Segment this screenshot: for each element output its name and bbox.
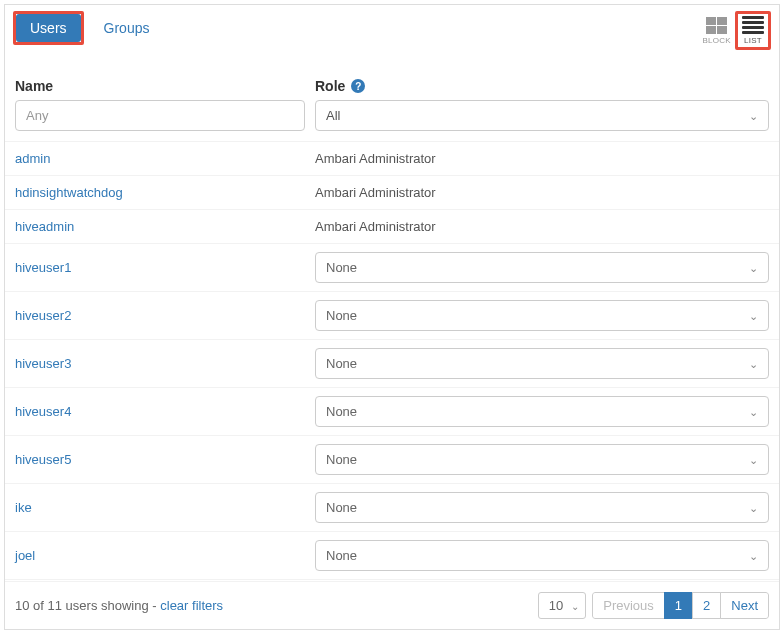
chevron-down-icon: ⌄: [749, 309, 758, 322]
pagination-page-2[interactable]: 2: [692, 592, 721, 619]
pagination-next[interactable]: Next: [720, 592, 769, 619]
user-name-link[interactable]: admin: [15, 151, 315, 166]
users-table: adminAmbari Administratorhdinsightwatchd…: [5, 141, 779, 580]
user-name-link[interactable]: hdinsightwatchdog: [15, 185, 315, 200]
role-text: Ambari Administrator: [315, 151, 769, 166]
role-select[interactable]: None⌄: [315, 348, 769, 379]
role-select[interactable]: None⌄: [315, 444, 769, 475]
chevron-down-icon: ⌄: [749, 501, 758, 514]
filter-role-select[interactable]: All ⌄: [315, 100, 769, 131]
highlight-list-view: LIST: [735, 11, 771, 50]
filter-role-value: All: [326, 108, 340, 123]
block-icon: [706, 17, 727, 34]
chevron-down-icon: ⌄: [749, 357, 758, 370]
role-text: Ambari Administrator: [315, 185, 769, 200]
chevron-down-icon: ⌄: [571, 600, 579, 611]
chevron-down-icon: ⌄: [749, 109, 758, 122]
tab-users[interactable]: Users: [16, 14, 81, 42]
role-text: Ambari Administrator: [315, 219, 769, 234]
view-block-label: BLOCK: [702, 36, 731, 45]
view-list-button[interactable]: LIST: [738, 14, 768, 47]
chevron-down-icon: ⌄: [749, 549, 758, 562]
filter-name-input[interactable]: [15, 100, 305, 131]
chevron-down-icon: ⌄: [749, 405, 758, 418]
table-row: hiveadminAmbari Administrator: [5, 210, 779, 244]
view-block-button[interactable]: BLOCK: [698, 15, 735, 47]
tab-groups[interactable]: Groups: [90, 14, 164, 42]
chevron-down-icon: ⌄: [749, 261, 758, 274]
user-name-link[interactable]: hiveuser2: [15, 308, 315, 323]
info-icon[interactable]: ?: [351, 79, 365, 93]
role-select-value: None: [326, 356, 357, 371]
role-select[interactable]: None⌄: [315, 300, 769, 331]
clear-filters-link[interactable]: clear filters: [160, 598, 223, 613]
pagination: Previous 1 2 Next: [592, 592, 769, 619]
table-row: hiveuser4None⌄: [5, 388, 779, 436]
role-select-value: None: [326, 260, 357, 275]
user-name-link[interactable]: hiveuser3: [15, 356, 315, 371]
table-row: adminAmbari Administrator: [5, 142, 779, 176]
page-size-select[interactable]: 10 ⌄: [538, 592, 586, 619]
user-name-link[interactable]: hiveadmin: [15, 219, 315, 234]
role-select[interactable]: None⌄: [315, 252, 769, 283]
role-select-value: None: [326, 308, 357, 323]
role-select-value: None: [326, 452, 357, 467]
pagination-status: 10 of 11 users showing - clear filters: [15, 598, 223, 613]
view-list-label: LIST: [744, 36, 762, 45]
user-name-link[interactable]: hiveuser1: [15, 260, 315, 275]
role-select-value: None: [326, 548, 357, 563]
table-row: joelNone⌄: [5, 532, 779, 580]
list-icon: [742, 16, 764, 34]
user-name-link[interactable]: hiveuser4: [15, 404, 315, 419]
view-toggle: BLOCK LIST: [698, 11, 771, 50]
pagination-page-1[interactable]: 1: [664, 592, 693, 619]
table-row: hiveuser2None⌄: [5, 292, 779, 340]
pagination-previous[interactable]: Previous: [592, 592, 665, 619]
table-row: hiveuser3None⌄: [5, 340, 779, 388]
role-select[interactable]: None⌄: [315, 492, 769, 523]
table-row: hdinsightwatchdogAmbari Administrator: [5, 176, 779, 210]
tab-bar: Users Groups: [13, 11, 163, 45]
user-name-link[interactable]: ike: [15, 500, 315, 515]
role-select-value: None: [326, 404, 357, 419]
role-select[interactable]: None⌄: [315, 396, 769, 427]
column-name-header: Name: [15, 78, 53, 94]
showing-text: 10 of 11 users showing -: [15, 598, 160, 613]
user-name-link[interactable]: joel: [15, 548, 315, 563]
role-select-value: None: [326, 500, 357, 515]
role-select[interactable]: None⌄: [315, 540, 769, 571]
table-row: hiveuser1None⌄: [5, 244, 779, 292]
user-name-link[interactable]: hiveuser5: [15, 452, 315, 467]
highlight-users-tab: Users: [13, 11, 84, 45]
table-row: ikeNone⌄: [5, 484, 779, 532]
table-row: hiveuser5None⌄: [5, 436, 779, 484]
column-role-header: Role: [315, 78, 345, 94]
chevron-down-icon: ⌄: [749, 453, 758, 466]
page-size-value: 10: [549, 598, 563, 613]
